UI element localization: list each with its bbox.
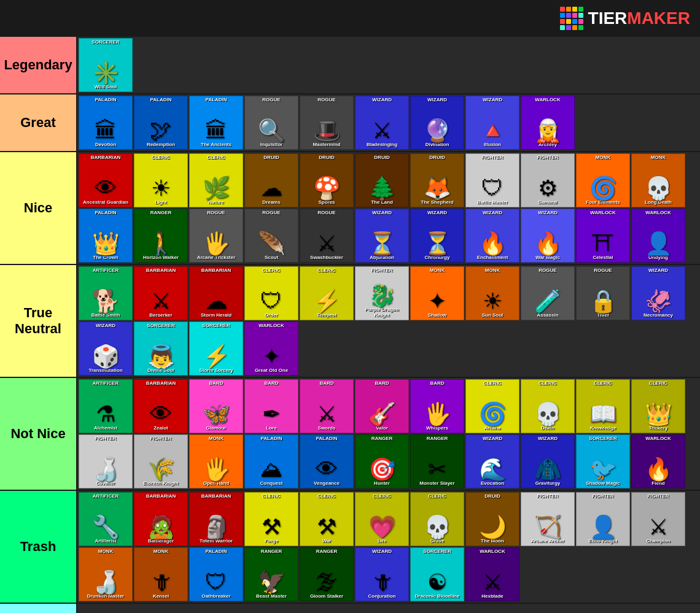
card-lore[interactable]: BARD ✒ Lore [244, 379, 298, 433]
card-order[interactable]: CLERIC 🛡 Order [244, 266, 298, 320]
card-drunken-master[interactable]: MONK 🍶 Drunken Master [79, 547, 133, 601]
card-scout[interactable]: ROGUE 🪶 Scout [244, 209, 298, 263]
card-the-ancients[interactable]: PALADIN 🏛 The Ancients [189, 96, 243, 150]
card-war-magic[interactable]: WIZARD 🔥 War Magic [521, 209, 575, 263]
card-necromancy[interactable]: WIZARD 🦑 Necromancy [631, 266, 685, 320]
card-light[interactable]: CLERIC ☀ Light [134, 153, 188, 207]
card-archfey[interactable]: WARLOCK 🧝 Archfey [521, 96, 575, 150]
card-beast-master[interactable]: RANGER 🦅 Beast Master [244, 547, 298, 601]
card-war[interactable]: CLERIC ⚒ War [300, 492, 354, 546]
card-life[interactable]: CLERIC 💗 Life [355, 492, 409, 546]
card-thief[interactable]: ROGUE 🔒 Thief [576, 266, 630, 320]
card-the-crown[interactable]: PALADIN 👑 The Crown [79, 209, 133, 263]
card-berserker[interactable]: BARBARIAN ⚔ Berserker [134, 266, 188, 320]
tier-items-dontknow [77, 604, 700, 613]
card-battle-master[interactable]: FIGHTER 🛡 Battle Master [465, 153, 519, 207]
card-shadow[interactable]: MONK ✦ Shadow [410, 266, 464, 320]
card-arcane-archer[interactable]: FIGHTER 🏹 Arcane Archer [521, 492, 575, 546]
logo-grid [560, 7, 583, 30]
card-nature[interactable]: CLERIC 🌿 Nature [189, 153, 243, 207]
card-battlerager[interactable]: BARBARIAN 🧟 Battlerager [134, 492, 188, 546]
card-champion[interactable]: FIGHTER ⚔ Champion [631, 492, 685, 546]
card-draconic-bloodline[interactable]: SORCERER ☯ Draconic Bloodline [410, 547, 464, 601]
card-totem-warrior[interactable]: BARBARIAN 🗿 Totem Warrior [189, 492, 243, 546]
tier-row-great: Great PALADIN 🏛 Devotion PALADIN 🕊 Redem… [0, 94, 700, 152]
card-four-elements[interactable]: MONK 🌀 Four Elements [576, 153, 630, 207]
card-grave[interactable]: CLERIC 💀 Grave [410, 492, 464, 546]
card-bladesinging[interactable]: WIZARD ⚔ Bladesinging [355, 96, 409, 150]
card-whispers[interactable]: BARD 🖐 Whispers [410, 379, 464, 433]
card-trickery[interactable]: CLERIC 👑 Trickery [631, 379, 685, 433]
card-oathbreaker[interactable]: PALADIN 🛡 Oathbreaker [189, 547, 243, 601]
card-knowledge[interactable]: CLERIC 📖 Knowledge [576, 379, 630, 433]
card-graviturgy[interactable]: WIZARD 🧥 Graviturgy [521, 434, 575, 488]
tier-items-trueneutral: ARTIFICER 🐕 Battle Smith BARBARIAN ⚔ Ber… [77, 265, 700, 377]
card-inquisitor[interactable]: ROGUE 🔍 Inquisitor [244, 96, 298, 150]
card-eldritch-knight[interactable]: FIGHTER 🌾 Eldritch Knight [134, 434, 188, 488]
card-sun-soul[interactable]: MONK ☀ Sun Soul [465, 266, 519, 320]
card-death[interactable]: CLERIC 💀 Death [521, 379, 575, 433]
card-artillerist[interactable]: ARTIFICER 🔧 Artillerist [79, 492, 133, 546]
card-wild-soul[interactable]: SORCERER ✳️ Wild Soul [79, 38, 133, 92]
tier-label-dontknow: Don't Know Enough [0, 604, 77, 613]
card-hexblade[interactable]: WARLOCK ⚔ Hexblade [465, 547, 519, 601]
card-chronurgy[interactable]: WIZARD ⏳ Chronurgy [410, 209, 464, 263]
card-arcana[interactable]: CLERIC 🌀 Arcana [465, 379, 519, 433]
card-the-land[interactable]: DRUID 🌲 The Land [355, 153, 409, 207]
tier-label-legendary: Legendary [0, 37, 77, 93]
tier-label-nice: Nice [0, 152, 77, 264]
card-horizon-walker[interactable]: RANGER 🚶 Horizon Walker [134, 209, 188, 263]
card-monster-slayer[interactable]: RANGER ✂ Monster Slayer [410, 434, 464, 488]
card-redemption[interactable]: PALADIN 🕊 Redemption [134, 96, 188, 150]
card-assassin[interactable]: ROGUE 🧪 Assassin [521, 266, 575, 320]
card-celestial[interactable]: WARLOCK ⛩ Celestial [576, 209, 630, 263]
card-ancestral-guardian[interactable]: BARBARIAN 👁 Ancestral Guardian [79, 153, 133, 207]
card-the-shepherd[interactable]: DRUID 🦊 The Shepherd [410, 153, 464, 207]
card-gloom-stalker[interactable]: RANGER 🌫 Gloom Stalker [300, 547, 354, 601]
card-enchantment[interactable]: WIZARD 🔥 Enchantment [465, 209, 519, 263]
card-valor[interactable]: BARD 🎸 Valor [355, 379, 409, 433]
card-glamour[interactable]: BARD 🦋 Glamour [189, 379, 243, 433]
card-vengeance[interactable]: PALADIN 👁 Vengeance [300, 434, 354, 488]
card-abjuration[interactable]: WIZARD ⏳ Abjuration [355, 209, 409, 263]
card-swashbuckler[interactable]: ROGUE ⚔ Swashbuckler [300, 209, 354, 263]
card-tempest[interactable]: CLERIC ⚡ Tempest [300, 266, 354, 320]
card-samurai[interactable]: FIGHTER ⚙ Samurai [521, 153, 575, 207]
card-the-moon[interactable]: DRUID 🌙 The Moon [465, 492, 519, 546]
card-hunter[interactable]: RANGER 🎯 Hunter [355, 434, 409, 488]
tier-row-legendary: Legendary SORCERER ✳️ Wild Soul [0, 37, 700, 94]
card-open-hand[interactable]: MONK 🖐 Open Hand [189, 434, 243, 488]
card-storm-sorcery[interactable]: SORCERER ⚡ Storm Sorcery [189, 322, 243, 376]
card-purple-dragon-knight[interactable]: FIGHTER 🐉 Purple Dragon Knight [355, 266, 409, 320]
card-battle-smith[interactable]: ARTIFICER 🐕 Battle Smith [79, 266, 133, 320]
card-great-old-one[interactable]: WARLOCK ✦ Great Old One [244, 322, 298, 376]
card-fiend[interactable]: WARLOCK 🔥 Fiend [631, 434, 685, 488]
card-long-death[interactable]: MONK 💀 Long Death [631, 153, 685, 207]
tier-row-trueneutral: True Neutral ARTIFICER 🐕 Battle Smith BA… [0, 265, 700, 378]
card-conjuration[interactable]: WIZARD 🗡 Conjuration [355, 547, 409, 601]
tier-items-great: PALADIN 🏛 Devotion PALADIN 🕊 Redemption … [77, 94, 700, 151]
card-transmutation[interactable]: WIZARD 🎲 Transmutation [79, 322, 133, 376]
card-cavalier[interactable]: FIGHTER 🍶 Cavalier [79, 434, 133, 488]
card-dreams[interactable]: DRUID ☁ Dreams [244, 153, 298, 207]
card-conquest[interactable]: PALADIN ⛰ Conquest [244, 434, 298, 488]
card-spores[interactable]: DRUID 🍄 Spores [300, 153, 354, 207]
card-zealot[interactable]: BARBARIAN 👁 Zealot [134, 379, 188, 433]
card-divine-soul[interactable]: SORCERER 👼 Divine Soul [134, 322, 188, 376]
tier-label-great: Great [0, 94, 77, 151]
card-storm-herald[interactable]: BARBARIAN ☁ Storm Herald [189, 266, 243, 320]
card-undying[interactable]: WARLOCK 👤 Undying [631, 209, 685, 263]
card-divination[interactable]: WIZARD 🔮 Divination [410, 96, 464, 150]
tier-row-trash: Trash ARTIFICER 🔧 Artillerist BARBARIAN … [0, 491, 700, 604]
card-evocation[interactable]: WIZARD 🌊 Evocation [465, 434, 519, 488]
card-arcane-trickster[interactable]: ROGUE 🖐 Arcane Trickster [189, 209, 243, 263]
card-swords[interactable]: BARD ⚔ Swords [300, 379, 354, 433]
card-mastermind[interactable]: ROGUE 🎩 Mastermind [300, 96, 354, 150]
card-forge[interactable]: CLERIC ⚒ Forge [244, 492, 298, 546]
card-devotion[interactable]: PALADIN 🏛 Devotion [79, 96, 133, 150]
card-shadow-magic[interactable]: SORCERER 🐦 Shadow Magic [576, 434, 630, 488]
card-illusion[interactable]: WIZARD 🔺 Illusion [465, 96, 519, 150]
card-echo-knight[interactable]: FIGHTER 👤 Echo Knight [576, 492, 630, 546]
card-kensei[interactable]: MONK 🗡 Kensei [134, 547, 188, 601]
card-alchemist[interactable]: ARTIFICER ⚗ Alchemist [79, 379, 133, 433]
